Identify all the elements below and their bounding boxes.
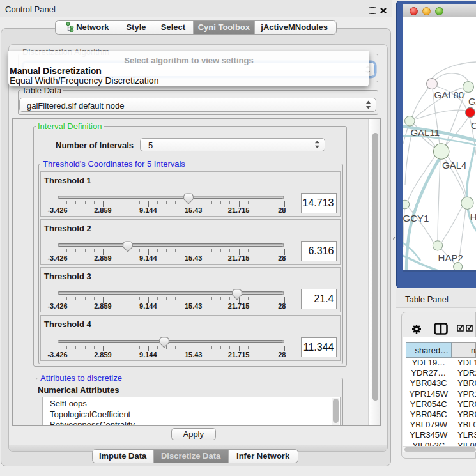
svg-text:HAP2: HAP2 [438,252,463,263]
svg-text:GAL4: GAL4 [442,160,466,171]
svg-text:GA: GA [468,96,476,107]
svg-text:GAL80: GAL80 [434,89,464,100]
svg-text:GCY1: GCY1 [403,213,429,224]
svg-text:HI: HI [470,211,476,222]
svg-text:C: C [471,120,476,131]
svg-text:GAL11: GAL11 [410,127,440,138]
